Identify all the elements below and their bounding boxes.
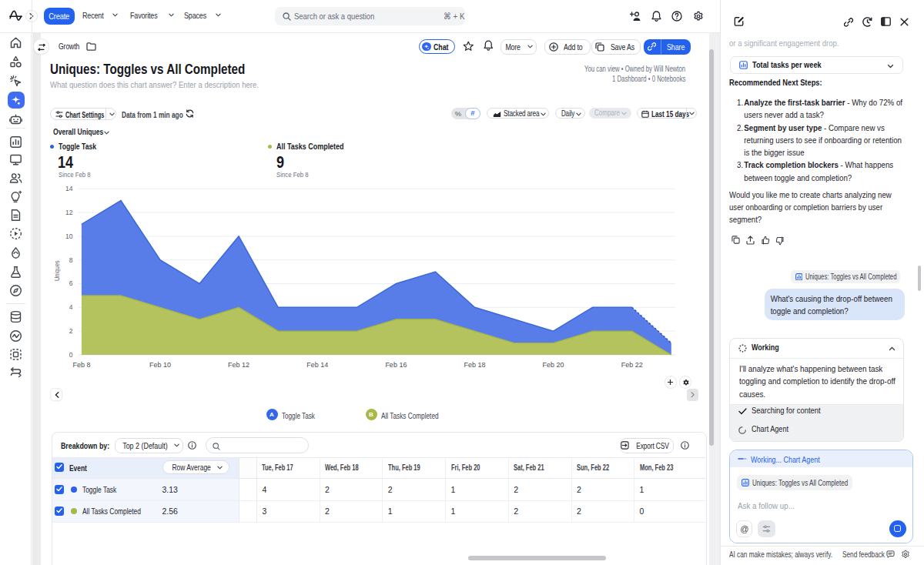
svg-text:4: 4 <box>69 303 73 311</box>
svg-text:8: 8 <box>69 256 73 264</box>
svg-text:6: 6 <box>69 279 73 287</box>
svg-text:2: 2 <box>69 327 73 335</box>
svg-text:Feb 18: Feb 18 <box>464 361 485 369</box>
svg-text:10: 10 <box>65 232 73 240</box>
svg-text:Feb 8: Feb 8 <box>72 361 90 369</box>
svg-text:12: 12 <box>65 209 73 216</box>
svg-text:Feb 12: Feb 12 <box>228 361 249 369</box>
svg-text:Feb 16: Feb 16 <box>385 361 407 369</box>
svg-text:Feb 14: Feb 14 <box>306 361 328 369</box>
svg-text:14: 14 <box>65 185 73 192</box>
svg-text:Feb 22: Feb 22 <box>621 361 643 369</box>
svg-text:Feb 10: Feb 10 <box>149 361 171 369</box>
svg-text:Feb 20: Feb 20 <box>543 361 564 369</box>
svg-text:0: 0 <box>69 351 73 359</box>
